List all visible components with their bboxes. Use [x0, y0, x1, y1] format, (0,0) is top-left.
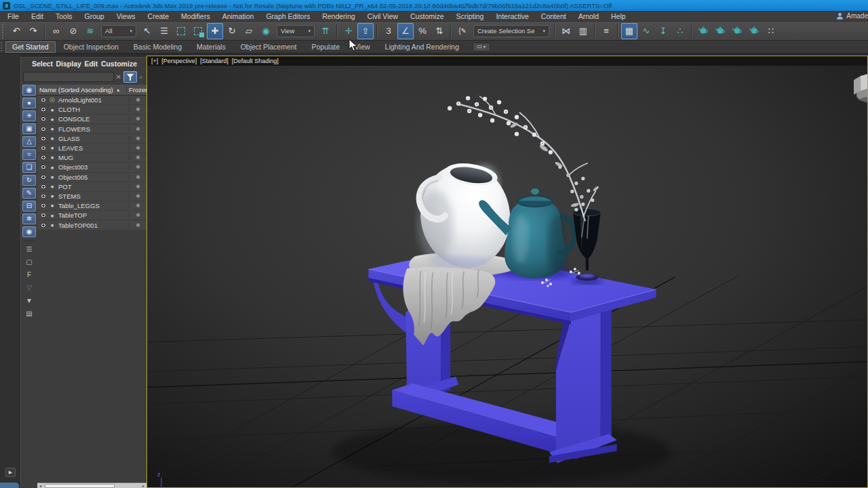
object-name[interactable]: GLASS: [56, 135, 129, 142]
frozen-icon[interactable]: ❄: [129, 222, 146, 228]
viewport-canvas[interactable]: z: [147, 66, 867, 487]
object-name[interactable]: ArnoldLight001: [56, 96, 129, 104]
table-row[interactable]: ●Table_LEGGS❄: [37, 201, 146, 211]
display-bones-toggle[interactable]: ✎: [22, 188, 36, 199]
render-presets-button[interactable]: ∷: [763, 23, 779, 39]
display-xrefs-toggle[interactable]: ↻: [22, 175, 36, 186]
viewport-menu-shading[interactable]: [Default Shading]: [232, 58, 279, 64]
frozen-icon[interactable]: ❄: [129, 145, 146, 151]
column-frozen-label[interactable]: Frozen: [126, 86, 146, 94]
display-containers-toggle[interactable]: ⊟: [22, 201, 36, 211]
ribbon-tab-populate[interactable]: Populate: [305, 41, 347, 53]
ribbon-tab-view[interactable]: View: [348, 41, 377, 53]
display-geometry-toggle[interactable]: ●: [22, 98, 36, 108]
percent-snap-button[interactable]: %: [414, 23, 431, 39]
table-row[interactable]: ●CLOTH❄: [37, 105, 146, 115]
align-button[interactable]: ▥: [575, 23, 591, 39]
spinner-snap-button[interactable]: ⇅: [431, 23, 448, 39]
table-row[interactable]: ●POT❄: [37, 182, 146, 192]
clear-search-icon[interactable]: ✕: [116, 74, 121, 81]
frozen-icon[interactable]: ❄: [129, 97, 146, 103]
schematic-view-button[interactable]: ∴: [672, 23, 688, 39]
object-name[interactable]: Table_LEGGS: [56, 202, 129, 209]
table-row[interactable]: ●GLASS❄: [37, 134, 146, 144]
object-name[interactable]: CONSOLE: [56, 115, 129, 123]
expand-panel-button[interactable]: ▶: [5, 468, 16, 477]
render-production-button[interactable]: [729, 23, 745, 39]
select-and-rotate-button[interactable]: ↻: [224, 23, 240, 39]
render-cloud-button[interactable]: [746, 23, 762, 39]
frozen-icon[interactable]: ❄: [129, 174, 146, 180]
visibility-eye-icon[interactable]: [40, 98, 47, 102]
object-name[interactable]: TableTOP: [56, 211, 129, 219]
table-row[interactable]: ●FLOWERS❄: [37, 125, 146, 134]
visibility-eye-icon[interactable]: [40, 146, 47, 150]
undo-button[interactable]: ↶: [8, 23, 24, 39]
frozen-icon[interactable]: ❄: [129, 184, 146, 190]
use-pivot-center-button[interactable]: ⇈: [317, 23, 334, 39]
viewport-3d-scene[interactable]: z: [147, 66, 867, 487]
ref-coord-dropdown[interactable]: View▾: [277, 25, 315, 37]
ribbon-tab-materials[interactable]: Materials: [190, 41, 233, 53]
object-name[interactable]: CLOTH: [56, 106, 129, 113]
object-name[interactable]: MUG: [56, 154, 129, 161]
explorer-menu-select[interactable]: Select: [32, 60, 53, 68]
render-setup-button[interactable]: [695, 23, 711, 39]
display-spacewarps-toggle[interactable]: ≈: [22, 149, 36, 160]
angle-snap-button[interactable]: ∠: [397, 23, 414, 39]
display-cameras-toggle[interactable]: ▣: [22, 123, 36, 134]
menu-file[interactable]: File: [1, 11, 25, 21]
visibility-eye-icon[interactable]: [40, 127, 47, 131]
object-name[interactable]: Object003: [56, 163, 129, 171]
table-row[interactable]: ●TableTOP❄: [37, 211, 146, 220]
menu-group[interactable]: Group: [79, 11, 111, 21]
select-column-button[interactable]: ◉: [22, 85, 36, 96]
display-hidden-toggle[interactable]: ◉: [22, 226, 36, 237]
explorer-menu-edit[interactable]: Edit: [84, 60, 98, 68]
horizontal-scrollbar[interactable]: ◂ ▸: [37, 483, 146, 488]
visibility-eye-icon[interactable]: [40, 175, 47, 180]
search-input[interactable]: [23, 72, 114, 82]
menu-animation[interactable]: Animation: [216, 11, 260, 21]
table-row[interactable]: ●STEMS❄: [37, 192, 146, 201]
visibility-eye-icon[interactable]: [40, 203, 47, 208]
object-name[interactable]: FLOWERS: [56, 125, 129, 133]
menu-graph-editors[interactable]: Graph Editors: [260, 11, 316, 21]
rendered-frame-button[interactable]: [712, 23, 728, 39]
menu-civil-view[interactable]: Civil View: [361, 11, 404, 21]
select-and-scale-button[interactable]: ▱: [241, 23, 257, 39]
scene-explorer-toggle-button[interactable]: ▦: [621, 23, 637, 39]
bind-to-spacewarp-button[interactable]: ≋: [82, 23, 98, 39]
select-and-place-button[interactable]: ◉: [258, 23, 274, 39]
frozen-icon[interactable]: ❄: [129, 203, 146, 209]
expand-list-button[interactable]: ☰: [22, 244, 36, 255]
select-none-button[interactable]: ▢: [22, 257, 36, 268]
table-row[interactable]: ☉ArnoldLight001❄: [37, 96, 146, 105]
menu-interactive[interactable]: Interactive: [490, 11, 534, 21]
frozen-icon[interactable]: ❄: [129, 155, 146, 161]
display-lights-toggle[interactable]: ☀: [22, 110, 36, 121]
ribbon-display-toggle-button[interactable]: ▭ ▾: [473, 43, 490, 52]
display-helpers-toggle[interactable]: △: [22, 136, 36, 147]
frozen-f-button[interactable]: F: [22, 270, 36, 281]
ribbon-tab-object-inspection[interactable]: Object Inspection: [57, 41, 125, 53]
select-and-link-button[interactable]: ∞: [48, 23, 64, 39]
select-object-button[interactable]: ↖: [139, 23, 155, 39]
display-frozen-toggle[interactable]: ❄: [22, 214, 36, 224]
named-sets-dropdown[interactable]: Create Selection Se▾: [473, 25, 549, 37]
mirror-button[interactable]: ⋈: [558, 23, 574, 39]
frozen-icon[interactable]: ❄: [129, 212, 146, 218]
scene-explorer-column-header[interactable]: Name (Sorted Ascending) ▲ Frozen: [37, 85, 146, 96]
frozen-icon[interactable]: ❄: [129, 126, 146, 132]
user-account-chip[interactable]: Amade: [831, 11, 868, 21]
redo-button[interactable]: ↷: [25, 23, 41, 39]
column-name-label[interactable]: Name (Sorted Ascending): [39, 86, 113, 94]
menu-views[interactable]: Views: [111, 11, 142, 21]
perspective-viewport[interactable]: [+][Perspective][Standard][Default Shadi…: [146, 56, 868, 488]
visibility-eye-icon[interactable]: [40, 194, 47, 199]
material-editor-button[interactable]: ↧: [655, 23, 671, 39]
table-row[interactable]: ●CONSOLE❄: [37, 115, 146, 124]
more-options-icon[interactable]: »: [139, 74, 145, 81]
frozen-icon[interactable]: ❄: [129, 136, 146, 142]
edit-named-sets-button[interactable]: {✎: [454, 23, 471, 39]
